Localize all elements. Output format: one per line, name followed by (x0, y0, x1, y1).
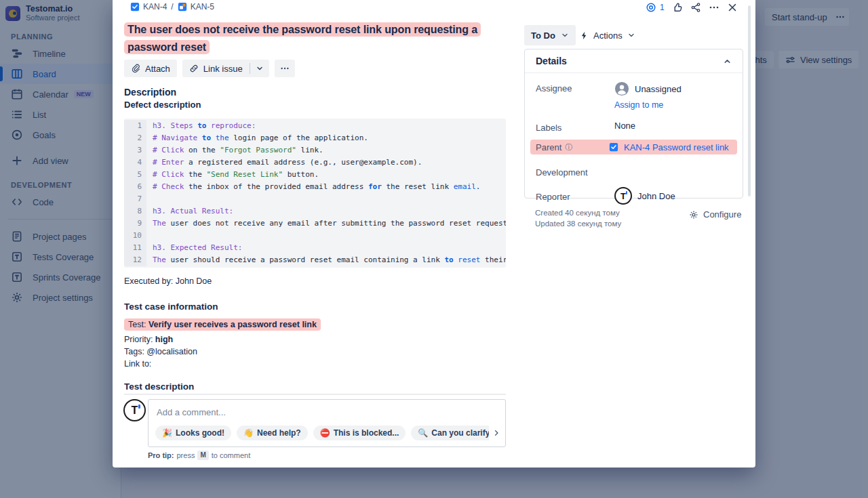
defect-description-heading: Defect description (124, 100, 201, 110)
pro-tip: Pro tip: press M to comment (148, 451, 250, 460)
attach-label: Attach (145, 64, 170, 74)
pill-emoji-icon: 👋 (243, 428, 254, 438)
thumbs-up-icon[interactable] (672, 2, 683, 13)
details-panel-header[interactable]: Details (525, 49, 743, 73)
labels-row: Labels None (536, 121, 732, 133)
code-line-content: h3. Actual Result: (146, 205, 506, 217)
code-line: 10 (124, 230, 506, 242)
modal-scrollbar[interactable] (748, 5, 751, 196)
parent-link[interactable]: KAN-4 Password reset link (624, 142, 729, 152)
code-line-content: # Enter a registered email address (e.g.… (146, 157, 506, 169)
details-panel: Details Assignee Unassigned Assign to me… (524, 49, 743, 199)
quick-reply-pill[interactable]: 🔍Can you clarify...? (411, 426, 489, 440)
comment-box[interactable]: Add a comment... 🎉Looks good!👋Need help?… (148, 399, 506, 447)
chevron-down-icon (256, 64, 264, 72)
priority-value: high (155, 335, 173, 344)
assignee-row: Assignee Unassigned Assign to me (536, 81, 732, 110)
code-line-content: # Navigate to the login page of the appl… (146, 132, 506, 144)
paperclip-icon (131, 64, 140, 73)
priority-line: Priority: high (124, 333, 173, 346)
status-label: To Do (531, 30, 555, 41)
labels-none: None (614, 121, 635, 131)
more-icon[interactable] (709, 2, 719, 13)
issue-title[interactable]: The user does not receive the password r… (124, 21, 516, 56)
development-row: Development (536, 165, 732, 178)
pro-tip-bold: Pro tip: (148, 451, 174, 459)
code-line-content (146, 230, 506, 242)
assign-to-me-link[interactable]: Assign to me (614, 100, 682, 110)
code-line: 1h3. Steps to reproduce: (124, 120, 506, 132)
code-line-number: 4 (124, 157, 146, 169)
info-icon[interactable]: ⓘ (565, 142, 572, 152)
parent-value[interactable]: KAN-4 Password reset link (609, 142, 729, 152)
assignee-label: Assignee (536, 81, 614, 94)
executed-by: Executed by: John Doe (124, 275, 212, 287)
code-line-content (146, 193, 506, 205)
reporter-label: Reporter (536, 190, 614, 202)
labels-value[interactable]: None (614, 121, 635, 131)
chevron-right-icon (492, 429, 500, 437)
code-line-content: h3. Steps to reproduce: (146, 120, 506, 132)
task-icon (130, 2, 140, 12)
updated-timestamp: Updated 38 секунд тому (535, 220, 621, 228)
toolbar-more-button[interactable] (275, 60, 295, 77)
code-line-number: 6 (124, 181, 146, 193)
pro-tip-press: press (177, 451, 195, 459)
test-label: Test: (128, 320, 149, 329)
link-issue-label: Link issue (203, 64, 243, 74)
lightning-icon (580, 31, 589, 40)
current-user-avatar: T (123, 399, 146, 421)
code-line: 6# Check the inbox of the provided email… (124, 181, 506, 193)
code-line-number: 11 (124, 242, 146, 254)
code-line-number: 1 (124, 120, 146, 132)
configure-button[interactable]: Configure (689, 209, 741, 220)
breadcrumb-current[interactable]: KAN-5 (178, 2, 214, 12)
code-line: 2# Navigate to the login page of the app… (124, 132, 506, 144)
code-line-number: 3 (124, 144, 146, 157)
pill-emoji-icon: ⛔ (320, 428, 330, 438)
link-issue-button[interactable]: Link issue (182, 60, 250, 77)
link-issue-caret[interactable] (250, 60, 269, 77)
code-line-number: 10 (124, 230, 146, 242)
code-line-number: 7 (124, 193, 146, 205)
watch-count: 1 (660, 3, 665, 12)
watch-eye-icon[interactable] (646, 2, 656, 13)
code-line-number: 8 (124, 205, 146, 217)
reporter-row: Reporter T John Doe (536, 187, 732, 205)
code-line: 4# Enter a registered email address (e.g… (124, 157, 506, 169)
status-dropdown[interactable]: To Do (524, 25, 576, 45)
reporter-value[interactable]: T John Doe (614, 187, 675, 205)
issue-title-highlight: The user does not receive the password r… (124, 22, 481, 54)
quick-reply-pills: 🎉Looks good!👋Need help?⛔This is blocked.… (155, 426, 489, 440)
pills-scroll-right-button[interactable] (489, 426, 504, 440)
parent-label-wrap: Parent ⓘ (536, 142, 609, 152)
link-icon (189, 64, 199, 73)
code-line-content: # Click the "Send Reset Link" button. (146, 169, 506, 181)
code-line: 3# Click on the "Forgot Password" link. (124, 144, 506, 157)
link-to-line: Link to: (124, 358, 151, 370)
reporter-name: John Doe (637, 191, 675, 201)
assignee-value[interactable]: Unassigned (614, 81, 682, 96)
test-value: Verify user receives a password reset li… (149, 320, 317, 329)
close-icon[interactable] (727, 2, 738, 13)
actions-dropdown[interactable]: Actions (576, 25, 639, 45)
code-line-content: # Check the inbox of the provided email … (146, 181, 506, 193)
more-icon (280, 64, 290, 73)
configure-label: Configure (703, 209, 741, 220)
defect-code-block[interactable]: 1h3. Steps to reproduce:2# Navigate to t… (124, 119, 506, 268)
chevron-up-icon[interactable] (723, 57, 732, 66)
attach-button[interactable]: Attach (124, 60, 177, 77)
details-heading: Details (536, 56, 567, 66)
quick-reply-pill[interactable]: 🎉Looks good! (155, 426, 231, 440)
gear-icon (689, 210, 698, 220)
unassigned-avatar-icon (614, 81, 629, 96)
breadcrumb-parent[interactable]: KAN-4 (130, 2, 167, 12)
quick-reply-pill[interactable]: ⛔This is blocked... (313, 426, 406, 440)
chevron-down-icon (561, 31, 569, 39)
code-line-content: The user does not receive any email afte… (146, 217, 506, 230)
description-heading: Description (124, 87, 176, 98)
quick-reply-pill[interactable]: 👋Need help? (237, 426, 308, 440)
code-line-number: 5 (124, 169, 146, 181)
share-icon[interactable] (690, 2, 701, 13)
modal-action-icons: 1 (646, 2, 738, 13)
